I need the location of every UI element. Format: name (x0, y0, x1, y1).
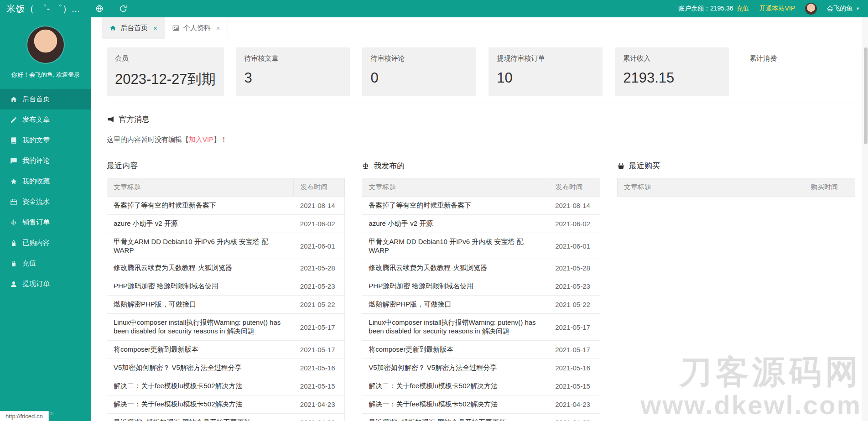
article-title[interactable]: 燃鹅解密PHP版，可做接口 (362, 296, 549, 314)
sidebar-item-my-comments[interactable]: 我的评论 (0, 151, 91, 171)
table-row[interactable]: 最近珊瑚lu模板加词汇 网站会员开始不要更新2021-04-22 (362, 414, 600, 421)
article-title[interactable]: 将composer更新到最新版本 (107, 341, 294, 359)
sidebar-item-my-articles[interactable]: 我的文章 (0, 130, 91, 151)
sidebar: 你好！会飞的鱼, 欢迎登录 后台首页发布文章我的文章我的评论我的收藏资金流水销售… (0, 17, 91, 421)
table-row[interactable]: Linux中composer install执行报错Warning: puten… (362, 314, 600, 341)
article-title[interactable]: 解决一：关于fee模板lu模板卡502解决方法 (362, 395, 549, 414)
article-title[interactable]: 燃鹅解密PHP版，可做接口 (107, 296, 294, 314)
join-vip-link[interactable]: 加入VIP (189, 135, 213, 143)
table-row[interactable]: 将composer更新到最新版本2021-05-17 (362, 341, 600, 359)
article-title[interactable]: Linux中composer install执行报错Warning: puten… (107, 314, 294, 341)
table-row[interactable]: 解决一：关于fee模板lu模板卡502解决方法2021-04-23 (362, 395, 600, 414)
article-title[interactable]: 最近珊瑚lu模板加词汇 网站会员开始不要更新 (107, 414, 294, 421)
sidebar-item-purchased-content[interactable]: 已购内容 (0, 233, 91, 253)
article-title[interactable]: 解决一：关于fee模板lu模板卡502解决方法 (107, 395, 294, 414)
sidebar-item-withdraw-orders[interactable]: 提现订单 (0, 274, 91, 294)
stat-value: 0 (370, 70, 468, 86)
table-row[interactable]: 修改腾讯云续费为天数教程-火狐浏览器2021-05-28 (362, 259, 600, 277)
table-row[interactable]: 甲骨文ARM DD Debian10 开IPv6 升内核 安宝塔 配WARP20… (362, 233, 600, 259)
table-row[interactable]: azure 小助手 v2 开源2021-06-02 (362, 215, 600, 233)
table-row[interactable]: PHP源码加密 给源码限制域名使用2021-05-23 (362, 277, 600, 296)
sidebar-item-dashboard[interactable]: 后台首页 (0, 89, 91, 109)
article-title[interactable]: 修改腾讯云续费为天数教程-火狐浏览器 (362, 259, 549, 277)
user-menu[interactable]: 会飞的鱼 ▼ (827, 5, 860, 13)
panel-my-posts: 我发布的文章标题发布时间备案掉了等有空的时候重新备案下2021-08-14azu… (362, 161, 600, 421)
refresh-icon[interactable] (119, 5, 127, 13)
article-date: 2021-05-23 (549, 277, 600, 296)
article-title[interactable]: 备案掉了等有空的时候重新备案下 (362, 197, 549, 215)
comments-icon (10, 157, 17, 165)
article-title[interactable]: 将composer更新到最新版本 (362, 341, 549, 359)
table-row[interactable]: V5加密如何解密？ V5解密方法全过程分享2021-05-16 (362, 359, 600, 377)
column-header: 文章标题 (617, 178, 804, 197)
sidebar-item-sales-orders[interactable]: 销售订单 (0, 212, 91, 233)
article-date: 2021-05-22 (294, 296, 345, 314)
scale-icon (10, 219, 17, 226)
article-title[interactable]: 最近珊瑚lu模板加词汇 网站会员开始不要更新 (362, 414, 549, 421)
article-title[interactable]: 修改腾讯云续费为天数教程-火狐浏览器 (107, 259, 294, 277)
article-title[interactable]: azure 小助手 v2 开源 (107, 215, 294, 233)
open-vip-link[interactable]: 开通本站VIP (759, 5, 795, 13)
sidebar-item-recharge[interactable]: 充值 (0, 253, 91, 274)
account-balance: 账户余额：2195.36 充值 (678, 5, 749, 13)
profile-avatar[interactable] (27, 26, 64, 63)
tab-profile[interactable]: 个人资料× (165, 17, 228, 39)
table-row[interactable]: 解决二：关于fee模板lu模板卡502解决方法2021-05-15 (362, 377, 600, 395)
edit-icon (10, 116, 17, 124)
table-row[interactable]: Linux中composer install执行报错Warning: puten… (107, 314, 345, 341)
article-title[interactable]: azure 小助手 v2 开源 (362, 215, 549, 233)
article-title[interactable]: Linux中composer install执行报错Warning: puten… (362, 314, 549, 341)
table-row[interactable]: 解决一：关于fee模板lu模板卡502解决方法2021-04-23 (107, 395, 345, 414)
article-date: 2021-05-23 (294, 277, 345, 296)
sidebar-item-label: 资金流水 (22, 198, 50, 206)
scrollbar-thumb[interactable] (864, 47, 868, 144)
article-date: 2021-06-01 (549, 233, 600, 259)
article-title[interactable]: PHP源码加密 给源码限制域名使用 (362, 277, 549, 296)
column-header: 文章标题 (107, 178, 294, 197)
article-title[interactable]: PHP源码加密 给源码限制域名使用 (107, 277, 294, 296)
article-title[interactable]: 解决二：关于fee模板lu模板卡502解决方法 (107, 377, 294, 395)
table-row[interactable]: V5加密如何解密？ V5解密方法全过程分享2021-05-16 (107, 359, 345, 377)
article-title[interactable]: V5加密如何解密？ V5解密方法全过程分享 (362, 359, 549, 377)
table-row[interactable]: 备案掉了等有空的时候重新备案下2021-08-14 (362, 197, 600, 215)
tab-bar: 后台首页×个人资料× (91, 17, 863, 39)
close-icon[interactable]: × (153, 25, 157, 31)
scrollbar[interactable] (863, 17, 868, 421)
topbar-avatar[interactable] (805, 3, 817, 15)
table-row[interactable]: azure 小助手 v2 开源2021-06-02 (107, 215, 345, 233)
close-icon[interactable]: × (216, 25, 220, 31)
table-row[interactable]: 解决二：关于fee模板lu模板卡502解决方法2021-05-15 (107, 377, 345, 395)
stat-title: 会员 (115, 54, 216, 63)
stat-card-membership: 会员2023-12-27到期 (107, 47, 224, 96)
table-row[interactable]: 最近珊瑚lu模板加词汇 网站会员开始不要更新2021-04-22 (107, 414, 345, 421)
table-row[interactable]: 备案掉了等有空的时候重新备案下2021-08-14 (107, 197, 345, 215)
sidebar-item-label: 我的收藏 (22, 177, 50, 186)
stats-row: 会员2023-12-27到期待审核文章3待审核评论0提现待审核订单10累计收入2… (107, 47, 855, 96)
table-row[interactable]: 将composer更新到最新版本2021-05-17 (107, 341, 345, 359)
article-title[interactable]: V5加密如何解密？ V5解密方法全过程分享 (107, 359, 294, 377)
globe-icon[interactable] (95, 5, 104, 13)
article-title[interactable]: 甲骨文ARM DD Debian10 开IPv6 升内核 安宝塔 配WARP (107, 233, 294, 259)
sidebar-item-my-favorites[interactable]: 我的收藏 (0, 171, 91, 192)
idcard-icon (172, 25, 179, 31)
article-title[interactable]: 解决二：关于fee模板lu模板卡502解决方法 (362, 377, 549, 395)
panel-recent-content: 最近内容文章标题发布时间备案掉了等有空的时候重新备案下2021-08-14azu… (107, 161, 345, 421)
sidebar-item-publish-article[interactable]: 发布文章 (0, 109, 91, 130)
username: 会飞的鱼 (827, 5, 852, 13)
official-news-title: 官方消息 (119, 114, 150, 125)
lock-icon (10, 239, 17, 247)
table-row[interactable]: 修改腾讯云续费为天数教程-火狐浏览器2021-05-28 (107, 259, 345, 277)
recharge-link[interactable]: 充值 (737, 5, 749, 13)
table-row[interactable]: PHP源码加密 给源码限制域名使用2021-05-23 (107, 277, 345, 296)
table-row[interactable]: 燃鹅解密PHP版，可做接口2021-05-22 (362, 296, 600, 314)
table-row[interactable]: 甲骨文ARM DD Debian10 开IPv6 升内核 安宝塔 配WARP20… (107, 233, 345, 259)
stat-title: 提现待审核订单 (497, 54, 594, 63)
sidebar-item-fund-records[interactable]: 资金流水 (0, 192, 91, 212)
article-date: 2021-05-28 (294, 259, 345, 277)
table-row[interactable]: 燃鹅解密PHP版，可做接口2021-05-22 (107, 296, 345, 314)
article-title[interactable]: 甲骨文ARM DD Debian10 开IPv6 升内核 安宝塔 配WARP (362, 233, 549, 259)
tab-dashboard[interactable]: 后台首页× (102, 17, 165, 39)
article-title[interactable]: 备案掉了等有空的时候重新备案下 (107, 197, 294, 215)
sidebar-item-label: 我的文章 (22, 136, 50, 145)
balance-label: 账户余额：2195.36 (678, 5, 733, 13)
